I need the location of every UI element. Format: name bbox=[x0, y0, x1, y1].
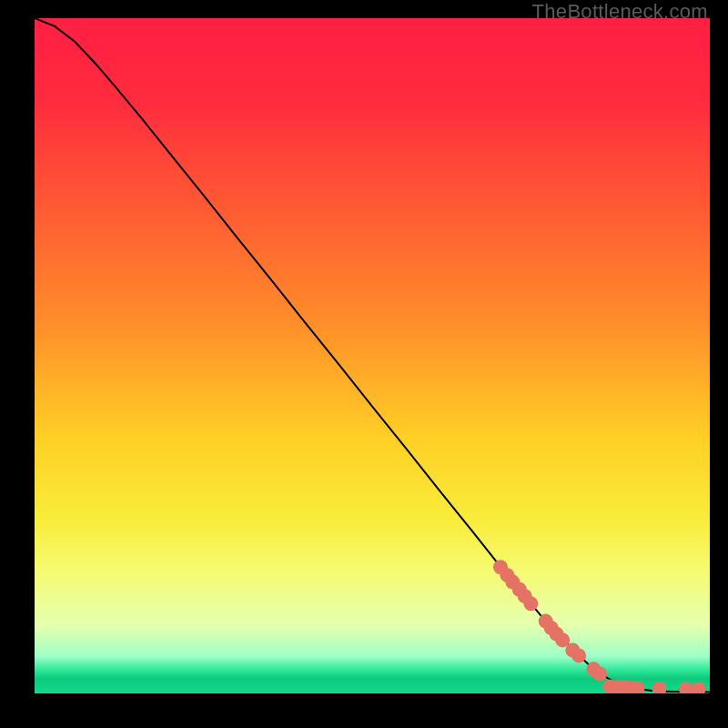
scatter-point bbox=[571, 648, 586, 662]
scatter-point bbox=[523, 596, 538, 611]
chart-frame bbox=[35, 18, 710, 693]
scatter-point bbox=[592, 666, 607, 681]
chart-background bbox=[35, 18, 710, 693]
chart-svg bbox=[35, 18, 710, 693]
